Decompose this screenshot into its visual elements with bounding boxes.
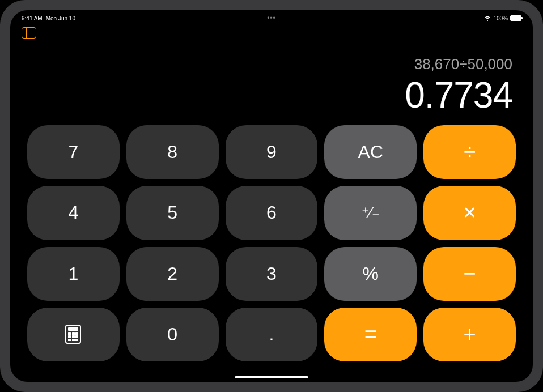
calculator-icon (65, 325, 81, 344)
battery-percentage: 100% (493, 15, 508, 22)
key-6[interactable]: 6 (226, 186, 318, 240)
status-date: Mon Jun 10 (46, 15, 75, 22)
key-0[interactable]: 0 (126, 308, 219, 361)
key-multiply[interactable]: × (423, 186, 516, 240)
display-area: 38,670÷50,000 0.7734 (10, 39, 533, 125)
key-plus-minus[interactable]: ⁺∕₋ (324, 186, 417, 240)
key-divide[interactable]: ÷ (423, 125, 516, 179)
status-time: 9:41 AM (22, 15, 43, 22)
sidebar-toggle-button[interactable] (22, 27, 36, 39)
key-4[interactable]: 4 (27, 186, 120, 240)
status-left: 9:41 AM Mon Jun 10 (22, 15, 75, 22)
key-plus[interactable]: + (423, 308, 516, 361)
home-indicator[interactable] (235, 376, 308, 378)
key-calculator-mode[interactable] (27, 308, 120, 361)
device-frame: 9:41 AM Mon Jun 10 ••• 100% 38,670÷50,00… (0, 0, 543, 392)
key-3[interactable]: 3 (226, 247, 318, 301)
key-minus[interactable]: − (423, 247, 516, 301)
key-5[interactable]: 5 (126, 186, 219, 240)
status-right: 100% (484, 15, 521, 22)
key-9[interactable]: 9 (226, 125, 318, 179)
expression-display[interactable]: 38,670÷50,000 (414, 56, 512, 73)
multitasking-dots-icon[interactable]: ••• (267, 14, 276, 22)
status-bar: 9:41 AM Mon Jun 10 ••• 100% (10, 12, 533, 24)
key-equals[interactable]: = (324, 308, 417, 361)
key-8[interactable]: 8 (126, 125, 219, 179)
keypad: 7 8 9 AC ÷ 4 5 6 ⁺∕₋ × 1 2 3 % − (10, 125, 533, 382)
result-display[interactable]: 0.7734 (405, 74, 512, 116)
key-1[interactable]: 1 (27, 247, 120, 301)
battery-icon (510, 15, 521, 21)
wifi-icon (484, 15, 491, 21)
screen: 9:41 AM Mon Jun 10 ••• 100% 38,670÷50,00… (10, 10, 533, 382)
key-7[interactable]: 7 (27, 125, 120, 179)
key-all-clear[interactable]: AC (324, 125, 417, 179)
key-2[interactable]: 2 (126, 247, 219, 301)
key-decimal[interactable]: . (226, 308, 318, 361)
top-controls (10, 24, 533, 39)
key-percent[interactable]: % (324, 247, 417, 301)
